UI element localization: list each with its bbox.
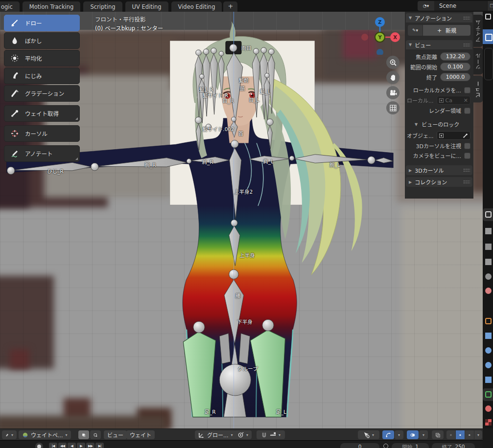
tool-button[interactable]: アノテート — [4, 145, 80, 162]
field-label: 終了 — [426, 73, 437, 81]
properties-tab[interactable] — [483, 256, 493, 269]
weight-menu[interactable]: ウェイト — [126, 430, 155, 439]
tool-button[interactable]: ぼかし — [4, 32, 80, 49]
lock-object-field[interactable] — [437, 131, 471, 140]
shading-wireframe-button[interactable] — [446, 430, 455, 439]
properties-tab[interactable] — [483, 241, 493, 253]
shading-rendered-button[interactable] — [474, 430, 482, 439]
workspace-tab[interactable]: Video Editing — [171, 1, 222, 12]
axis-neg-z[interactable] — [376, 49, 383, 55]
local-camera-object-field[interactable]: Ca ✕ — [437, 96, 471, 105]
tool-label: 平均化 — [25, 54, 42, 62]
annotation-new-button[interactable]: + 新規 — [423, 25, 470, 36]
panel-grip[interactable] — [463, 16, 470, 20]
playback-button[interactable]: ◀ — [68, 443, 76, 448]
sidebar-tab[interactable]: アイテム — [473, 15, 483, 47]
properties-tab[interactable] — [483, 270, 493, 283]
render-region-checkbox[interactable] — [464, 108, 470, 114]
properties-tab[interactable] — [483, 403, 493, 415]
frame-start-field[interactable]: 開始 1 — [392, 443, 429, 448]
properties-tab[interactable] — [483, 315, 493, 328]
show-gizmo-dropdown[interactable] — [395, 430, 403, 439]
workspace-tab[interactable]: Motion Tracking — [23, 1, 81, 12]
camera-to-view-checkbox[interactable] — [464, 153, 470, 159]
tool-button[interactable]: グラデーション — [4, 85, 80, 102]
editor-type-icon[interactable] — [485, 14, 491, 20]
frame-end-field[interactable]: 終了 250 — [432, 443, 475, 448]
properties-tab[interactable] — [483, 344, 493, 357]
3d-viewport[interactable]: 両目髪前頭髪1_R髪サイド.R目_R目_L髪_L髪サイド.002首肩_R肩_L腕… — [0, 12, 483, 428]
number-field[interactable]: 0.100 — [440, 63, 470, 71]
properties-tab[interactable] — [483, 225, 493, 238]
face-mask-toggle[interactable] — [78, 430, 89, 439]
playback-button[interactable]: ▶ — [77, 443, 85, 448]
scene-name[interactable]: Scene — [434, 1, 487, 11]
axis-neg-x[interactable] — [361, 34, 368, 41]
scene-icon[interactable]: ◔▾ — [418, 1, 434, 11]
show-overlays-dropdown[interactable] — [419, 430, 428, 439]
pan-hand-button[interactable] — [386, 71, 399, 84]
lock-3d-cursor-checkbox[interactable] — [464, 143, 470, 149]
properties-tab[interactable] — [483, 208, 493, 221]
properties-tab[interactable] — [483, 416, 493, 429]
show-overlays-toggle[interactable] — [407, 430, 419, 439]
panel-grip[interactable] — [463, 180, 470, 184]
transform-orientation-dropdown[interactable]: グロー... — [195, 430, 236, 439]
tool-button[interactable]: ウェイト取得 — [4, 105, 80, 122]
tool-button[interactable]: ドロー — [4, 15, 80, 31]
pivot-point-dropdown[interactable] — [234, 430, 252, 439]
camera-view-button[interactable] — [386, 86, 399, 99]
properties-tab[interactable] — [483, 374, 493, 386]
annotation-stroke-dropdown[interactable]: ✎▾ — [408, 25, 423, 36]
view-lock-subheader[interactable]: ビューのロック — [422, 120, 459, 128]
view-panel-header[interactable]: ▼ ビュー — [406, 40, 472, 49]
navigation-gizmo[interactable]: Z X Y — [361, 15, 401, 55]
properties-active-tab[interactable] — [483, 29, 493, 44]
axis-z-label: Z — [378, 20, 381, 25]
clear-icon[interactable]: ✕ — [464, 97, 468, 104]
tool-button[interactable]: にじみ — [4, 67, 80, 84]
properties-tab[interactable] — [483, 285, 493, 297]
properties-tab[interactable] — [483, 359, 493, 372]
auto-key-button[interactable] — [35, 443, 43, 448]
workspace-tab[interactable]: ogic — [0, 1, 20, 12]
tool-button[interactable]: 平均化 — [4, 50, 80, 67]
show-gizmo-toggle[interactable] — [382, 430, 394, 439]
zoom-button[interactable] — [386, 56, 399, 69]
playback-button[interactable]: |◀ — [49, 443, 57, 448]
workspace-tab[interactable]: Scripting — [83, 1, 122, 12]
annotation-panel-header[interactable]: ▼ アノテーション — [406, 13, 472, 22]
new-scene-icon[interactable]: ❐ — [487, 1, 493, 11]
collapsed-panel-header[interactable]: ▶ コレクション — [406, 177, 472, 187]
object-type-visibility-dropdown[interactable] — [358, 430, 379, 439]
shading-material-button[interactable] — [465, 430, 474, 439]
properties-tab[interactable] — [483, 330, 493, 342]
toggle-xray-button[interactable] — [432, 430, 444, 439]
local-camera-checkbox[interactable] — [464, 87, 470, 93]
mode-dropdown[interactable]: ウェイトペ... — [19, 430, 71, 439]
eyedropper-icon[interactable] — [463, 133, 468, 138]
number-field[interactable]: 1000.0 — [440, 73, 470, 81]
playback-button[interactable]: ▶| — [95, 443, 104, 448]
collapsed-panel-header[interactable]: ▶ 3Dカーソル — [406, 165, 472, 175]
workspace-tab[interactable]: UV Editing — [125, 1, 168, 12]
ortho-grid-button[interactable] — [386, 101, 399, 114]
editor-type-button[interactable] — [2, 430, 17, 439]
active-object-text: (0) ベースbkup : センター — [95, 24, 163, 33]
properties-tab[interactable] — [483, 388, 493, 401]
sidebar-tab[interactable]: ビュー — [473, 76, 483, 103]
panel-grip[interactable] — [463, 168, 470, 172]
annotation-panel-title: アノテーション — [415, 14, 452, 22]
number-field[interactable]: 132.20 — [440, 52, 470, 61]
snapping-controls[interactable] — [257, 430, 285, 439]
vertex-mask-toggle[interactable] — [90, 430, 101, 439]
playback-button[interactable]: ▶▶ — [86, 443, 94, 448]
playback-button[interactable]: ◀◀ — [58, 443, 67, 448]
view-menu[interactable]: ビュー — [104, 430, 127, 439]
sidebar-tab[interactable]: ツール — [473, 48, 483, 75]
panel-grip[interactable] — [463, 43, 470, 47]
shading-solid-button[interactable] — [456, 430, 465, 439]
current-frame-field[interactable]: 0 — [340, 443, 379, 448]
add-workspace-button[interactable]: + — [223, 1, 237, 12]
tool-button[interactable]: カーソル — [4, 125, 80, 142]
